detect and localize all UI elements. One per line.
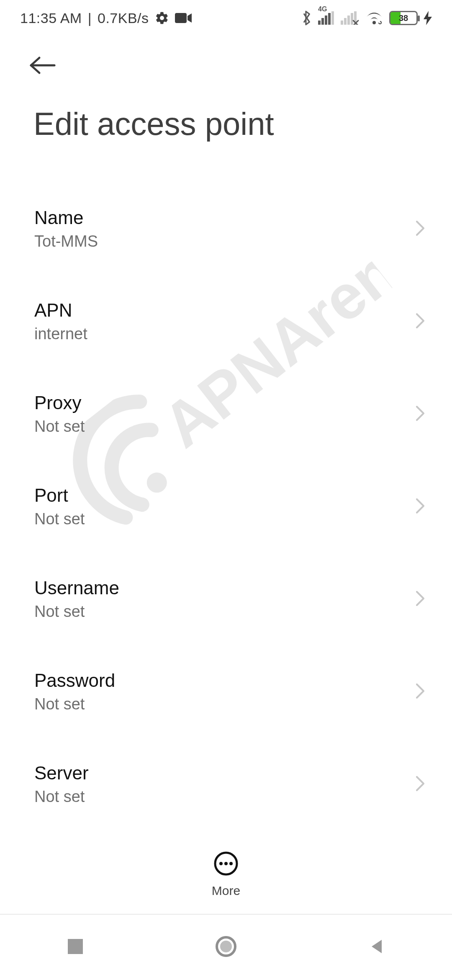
status-right: 4G 38 — [301, 10, 432, 26]
setting-label: Password — [34, 670, 115, 691]
setting-value: internet — [34, 325, 87, 343]
svg-rect-3 — [325, 15, 327, 25]
svg-rect-9 — [351, 13, 353, 25]
videocam-icon — [175, 12, 192, 24]
setting-label: Server — [34, 763, 89, 784]
svg-rect-1 — [318, 21, 321, 25]
settings-gear-icon — [155, 11, 169, 25]
bluetooth-icon — [301, 10, 312, 26]
setting-row-name[interactable]: Name Tot-MMS — [23, 192, 429, 266]
network-type-label: 4G — [318, 5, 327, 13]
setting-row-password[interactable]: Password Not set — [23, 655, 429, 729]
svg-rect-8 — [347, 15, 350, 25]
svg-point-18 — [224, 862, 228, 865]
nav-recent-button[interactable] — [50, 922, 100, 972]
system-nav-bar — [0, 915, 452, 980]
status-separator: | — [88, 10, 92, 26]
setting-label: APN — [34, 300, 87, 321]
setting-value: Not set — [34, 603, 119, 621]
charging-bolt-icon — [424, 11, 432, 25]
chevron-right-icon — [414, 219, 426, 239]
signal-nosim-icon — [341, 11, 359, 25]
nav-back-button[interactable] — [352, 922, 402, 972]
nav-home-button[interactable] — [201, 922, 251, 972]
setting-value: Not set — [34, 418, 85, 436]
svg-rect-6 — [341, 21, 343, 25]
setting-value: Not set — [34, 695, 115, 713]
setting-label: Proxy — [34, 392, 85, 413]
wifi-icon — [365, 11, 383, 25]
setting-label: Username — [34, 578, 119, 598]
svg-rect-0 — [175, 13, 187, 23]
svg-point-22 — [220, 941, 232, 952]
bottom-dock: More — [0, 845, 452, 915]
svg-point-17 — [219, 862, 223, 865]
svg-rect-5 — [331, 11, 334, 25]
square-icon — [66, 937, 85, 957]
chevron-right-icon — [414, 404, 426, 424]
status-bar: 11:35 AM | 0.7KB/s 4G 38 — [0, 0, 452, 36]
svg-rect-20 — [68, 939, 83, 954]
chevron-right-icon — [414, 774, 426, 794]
setting-value: Tot-MMS — [34, 232, 98, 250]
chevron-right-icon — [414, 312, 426, 332]
setting-label: Port — [34, 485, 85, 506]
setting-label: Name — [34, 207, 98, 228]
circle-icon — [215, 935, 237, 959]
chevron-right-icon — [414, 497, 426, 517]
more-button[interactable]: More — [212, 850, 240, 898]
setting-row-username[interactable]: Username Not set — [23, 562, 429, 637]
signal-4g-icon: 4G — [318, 11, 335, 25]
setting-value: Not set — [34, 788, 89, 806]
status-left: 11:35 AM | 0.7KB/s — [20, 10, 192, 26]
chevron-right-icon — [414, 589, 426, 609]
setting-row-server[interactable]: Server Not set — [23, 748, 429, 822]
status-time: 11:35 AM — [20, 10, 82, 26]
chevron-right-icon — [414, 682, 426, 702]
battery-icon: 38 — [389, 11, 418, 25]
setting-row-apn[interactable]: APN internet — [23, 285, 429, 359]
setting-row-port[interactable]: Port Not set — [23, 470, 429, 544]
svg-rect-2 — [321, 18, 324, 25]
header: Edit access point — [0, 36, 452, 142]
arrow-left-icon — [28, 55, 58, 75]
more-label: More — [212, 884, 240, 898]
battery-percent: 38 — [390, 12, 416, 24]
setting-value: Not set — [34, 510, 85, 528]
settings-list: APNArena Name Tot-MMS APN internet Proxy… — [0, 192, 452, 929]
status-net-speed: 0.7KB/s — [98, 10, 149, 26]
svg-rect-4 — [328, 13, 331, 25]
setting-row-proxy[interactable]: Proxy Not set — [23, 377, 429, 451]
more-ellipsis-icon — [213, 850, 239, 879]
page-title: Edit access point — [33, 106, 429, 142]
triangle-left-icon — [367, 937, 386, 957]
svg-rect-7 — [344, 18, 347, 25]
svg-point-19 — [229, 862, 233, 865]
back-button[interactable] — [26, 49, 59, 82]
svg-point-13 — [378, 20, 383, 25]
